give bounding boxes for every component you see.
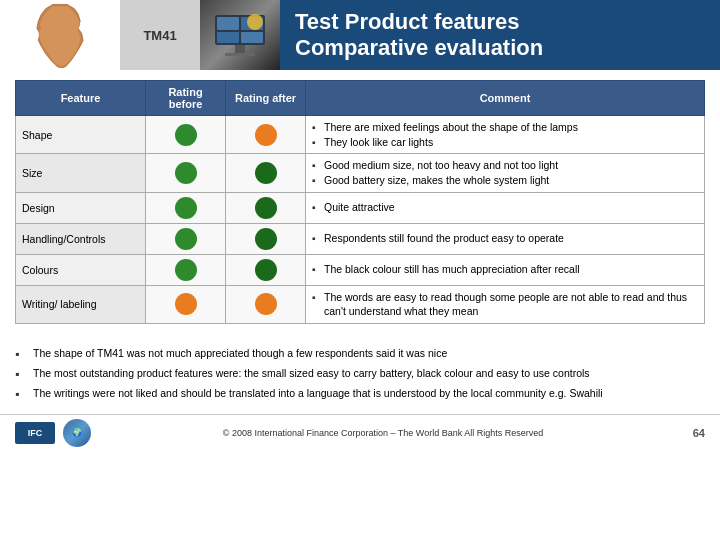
svg-rect-6 (225, 53, 255, 56)
table-header-row: Feature Rating before Rating after Comme… (16, 81, 705, 116)
bullet-text: The writings were not liked and should b… (33, 386, 603, 401)
feature-cell: Handling/Controls (16, 223, 146, 254)
bullet-item: ▪The most outstanding product features w… (15, 366, 705, 383)
table-row: Design Quite attractive (16, 192, 705, 223)
table-row: Shape There are mixed feelings about the… (16, 116, 705, 154)
table-row: Writing/ labeling The words are easy to … (16, 285, 705, 323)
svg-rect-1 (217, 17, 239, 30)
svg-point-7 (247, 14, 263, 30)
page-header: TM41 Test Product features Comparative e… (0, 0, 720, 70)
page-title-line2: Comparative evaluation (295, 35, 543, 61)
rating-before-cell (146, 285, 226, 323)
rating-after-header: Rating after (226, 81, 306, 116)
table-row: Handling/Controls Respondents still foun… (16, 223, 705, 254)
rating-before-dot (175, 293, 197, 315)
bullet-item: ▪The shape of TM41 was not much apprecia… (15, 346, 705, 363)
comment-list: The black colour still has much apprecia… (312, 262, 698, 277)
svg-rect-3 (217, 32, 239, 43)
comment-cell: The words are easy to read though some p… (306, 285, 705, 323)
feature-cell: Shape (16, 116, 146, 154)
rating-after-cell (226, 116, 306, 154)
rating-before-cell (146, 116, 226, 154)
rating-after-dot (255, 197, 277, 219)
rating-before-dot (175, 162, 197, 184)
page-number: 64 (675, 427, 705, 439)
comment-list: There are mixed feelings about the shape… (312, 120, 698, 149)
page-footer: IFC 🌍 © 2008 International Finance Corpo… (0, 414, 720, 451)
rating-after-cell (226, 223, 306, 254)
copyright-text: © 2008 International Finance Corporation… (91, 428, 675, 438)
bullet-text: The shape of TM41 was not much appreciat… (33, 346, 447, 361)
feature-cell: Size (16, 154, 146, 192)
feature-header: Feature (16, 81, 146, 116)
bullet-item: ▪The writings were not liked and should … (15, 386, 705, 403)
comment-cell: There are mixed feelings about the shape… (306, 116, 705, 154)
comment-header: Comment (306, 81, 705, 116)
bullet-dot: ▪ (15, 346, 29, 363)
ifc-logo-icon: IFC (15, 422, 55, 444)
rating-before-cell (146, 192, 226, 223)
table-row: Size Good medium size, not too heavy and… (16, 154, 705, 192)
feature-cell: Design (16, 192, 146, 223)
rating-after-dot (255, 162, 277, 184)
feature-cell: Colours (16, 254, 146, 285)
africa-map-icon (20, 3, 100, 68)
comment-cell: The black colour still has much apprecia… (306, 254, 705, 285)
rating-after-cell (226, 285, 306, 323)
comment-list: Good medium size, not too heavy and not … (312, 158, 698, 187)
rating-after-dot (255, 259, 277, 281)
rating-before-header: Rating before (146, 81, 226, 116)
rating-before-cell (146, 254, 226, 285)
footer-logos: IFC 🌍 (15, 419, 91, 447)
page-title-area: Test Product features Comparative evalua… (280, 0, 720, 70)
summary-bullets: ▪The shape of TM41 was not much apprecia… (0, 342, 720, 409)
rating-after-cell (226, 154, 306, 192)
rating-before-cell (146, 223, 226, 254)
rating-after-dot (255, 293, 277, 315)
comment-cell: Good medium size, not too heavy and not … (306, 154, 705, 192)
rating-after-dot (255, 228, 277, 250)
rating-after-cell (226, 254, 306, 285)
product-image (200, 0, 280, 70)
world-bank-icon: 🌍 (63, 419, 91, 447)
rating-before-cell (146, 154, 226, 192)
table-row: Colours The black colour still has much … (16, 254, 705, 285)
bullet-dot: ▪ (15, 366, 29, 383)
bullet-dot: ▪ (15, 386, 29, 403)
comment-cell: Quite attractive (306, 192, 705, 223)
tm-label: TM41 (120, 0, 200, 70)
rating-before-dot (175, 228, 197, 250)
comment-list: Respondents still found the product easy… (312, 231, 698, 246)
page-title-line1: Test Product features (295, 9, 520, 35)
header-logo-area (0, 0, 120, 70)
main-content: Feature Rating before Rating after Comme… (0, 70, 720, 342)
features-table: Feature Rating before Rating after Comme… (15, 80, 705, 324)
bullet-text: The most outstanding product features we… (33, 366, 590, 381)
rating-before-dot (175, 124, 197, 146)
rating-after-dot (255, 124, 277, 146)
svg-rect-5 (235, 45, 245, 53)
comment-list: The words are easy to read though some p… (312, 290, 698, 319)
rating-after-cell (226, 192, 306, 223)
solar-panel-icon (210, 10, 270, 60)
rating-before-dot (175, 197, 197, 219)
feature-cell: Writing/ labeling (16, 285, 146, 323)
comment-list: Quite attractive (312, 200, 698, 215)
comment-cell: Respondents still found the product easy… (306, 223, 705, 254)
svg-rect-4 (241, 32, 263, 43)
rating-before-dot (175, 259, 197, 281)
